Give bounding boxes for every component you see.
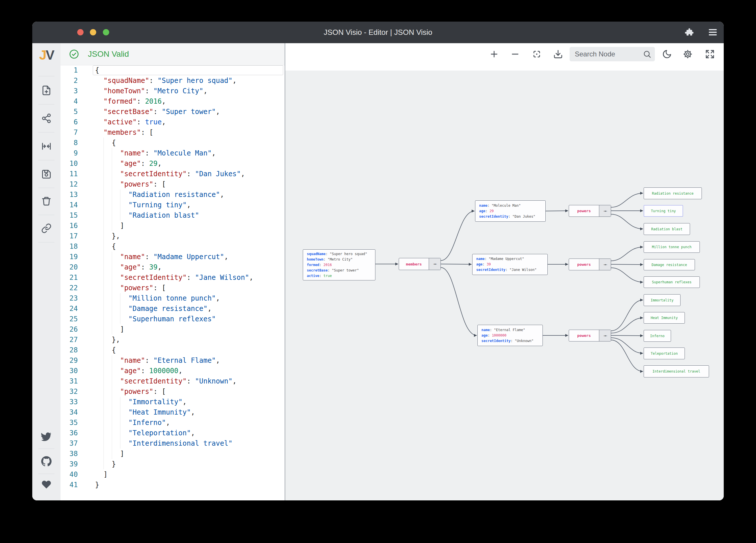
indent-guide [112, 355, 112, 366]
collapse-button[interactable]: →← [599, 205, 611, 217]
indent-guide [103, 169, 104, 179]
indent-guide [120, 314, 120, 324]
edge-powers-2-to-leaf-damage-resistance [611, 264, 643, 265]
share-icon[interactable] [41, 113, 52, 124]
sidebar: JV [32, 43, 61, 500]
edge-powers-2-to-leaf-million-tonne-punch [611, 247, 643, 261]
line-number: 24 [61, 303, 78, 314]
graph-node-leaf-teleportation[interactable]: Teleportation [644, 347, 685, 359]
link-icon[interactable] [41, 223, 52, 234]
line-number: 33 [61, 397, 78, 407]
indent-guide [103, 407, 104, 417]
indent-guide [103, 200, 104, 210]
trash-icon[interactable] [41, 196, 52, 207]
line-number: 8 [61, 138, 78, 148]
graph-node-powers-1[interactable]: powers→← [569, 205, 611, 217]
indent-guide [103, 314, 104, 324]
graph-panel[interactable]: squadName: "Super hero squad"homeTown: "… [285, 43, 724, 500]
sidebar-divider [38, 242, 54, 243]
graph-node-leaf-damage-resistance[interactable]: Damage resistance [644, 259, 695, 271]
focus-center-icon[interactable] [532, 49, 542, 59]
indent-guide [112, 283, 112, 293]
line-number: 4 [61, 96, 78, 107]
fit-view-icon[interactable] [41, 141, 52, 152]
window-title: JSON Visio - Editor | JSON Visio [32, 22, 724, 43]
line-number: 41 [61, 480, 78, 490]
twitter-icon[interactable] [41, 432, 52, 442]
graph-node-leaf-superhuman-reflexes[interactable]: Superhuman reflexes [644, 276, 700, 288]
indent-guide [112, 221, 112, 231]
graph-node-root[interactable]: squadName: "Super hero squad"homeTown: "… [303, 249, 375, 280]
line-number: 32 [61, 386, 78, 397]
indent-guide [112, 366, 112, 376]
fullscreen-icon[interactable] [705, 49, 715, 59]
search-icon[interactable] [643, 50, 651, 58]
file-plus-icon[interactable] [41, 85, 52, 96]
graph-node-powers-2[interactable]: powers→← [569, 259, 611, 271]
status-label: JSON Valid [88, 43, 129, 65]
line-number: 39 [61, 459, 78, 469]
edge-powers-3-to-leaf-teleportation [611, 338, 643, 353]
indent-guide [120, 407, 120, 417]
graph-node-leaf-radiation-blast[interactable]: Radiation blast [644, 223, 690, 235]
zoom-out-icon[interactable] [510, 49, 520, 59]
node-label: powers [569, 330, 599, 341]
settings-gear-icon[interactable] [683, 49, 693, 59]
line-number: 31 [61, 376, 78, 386]
line-number: 13 [61, 190, 78, 200]
editor-line: 34 "Heat Immunity", [61, 407, 285, 417]
editor-line: 18 { [61, 241, 285, 252]
line-number: 14 [61, 200, 78, 210]
line-number: 12 [61, 179, 78, 190]
github-icon[interactable] [41, 456, 52, 466]
graph-node-leaf-immortality[interactable]: Immortality [644, 294, 681, 306]
indent-guide [112, 428, 112, 438]
graph-node-leaf-radiation-resistance[interactable]: Radiation resistance [644, 188, 702, 199]
graph-node-member-eternal-flame[interactable]: name: "Eternal Flame"age: 1000000secretI… [477, 325, 543, 346]
search-input[interactable] [570, 47, 644, 61]
menu-icon[interactable] [708, 27, 718, 37]
line-number: 18 [61, 241, 78, 252]
indent-guide [103, 417, 104, 428]
graph-node-leaf-million-tonne-punch[interactable]: Million tonne punch [644, 241, 700, 253]
graph-node-leaf-heat-immunity[interactable]: Heat Immunity [644, 312, 685, 323]
app-logo[interactable]: JV [32, 47, 61, 63]
puzzle-icon[interactable] [684, 27, 694, 37]
indent-guide [103, 293, 104, 303]
editor-line: 30 "age": 1000000, [61, 366, 285, 376]
dark-mode-moon-icon[interactable] [662, 49, 672, 59]
graph-node-leaf-inferno[interactable]: Inferno [644, 330, 671, 342]
graph-node-members[interactable]: members→← [399, 258, 441, 270]
json-editor[interactable]: 1{2 "squadName": "Super hero squad",3 "h… [61, 65, 285, 500]
graph-node-member-madame-uppercut[interactable]: name: "Madame Uppercut"age: 39secretIden… [472, 254, 548, 275]
line-number: 6 [61, 117, 78, 127]
indent-guide [103, 355, 104, 366]
indent-guide [112, 179, 112, 190]
graph-node-member-molecule-man[interactable]: name: "Molecule Man"age: 29secretIdentit… [475, 201, 546, 222]
graph-node-leaf-interdimensional-travel[interactable]: Interdimensional travel [644, 365, 709, 377]
heart-icon[interactable] [41, 479, 52, 490]
line-number: 5 [61, 107, 78, 117]
indent-guide [120, 190, 120, 200]
collapse-button[interactable]: →← [599, 259, 611, 270]
download-icon[interactable] [553, 49, 563, 59]
indent-guide [112, 417, 112, 428]
zoom-in-icon[interactable] [489, 49, 499, 59]
edge-powers-3-to-leaf-inferno [611, 335, 643, 336]
indent-guide [103, 376, 104, 386]
collapse-button[interactable]: →← [429, 258, 441, 270]
editor-line: 27 }, [61, 334, 285, 345]
collapse-button[interactable]: →← [599, 330, 611, 341]
graph-node-powers-3[interactable]: powers→← [569, 330, 611, 341]
graph-node-leaf-turning-tiny[interactable]: Turning tiny [644, 205, 683, 217]
save-icon[interactable] [41, 169, 52, 179]
indent-guide [103, 190, 104, 200]
editor-line: 24 "Damage resistance", [61, 303, 285, 314]
indent-guide [112, 272, 112, 283]
indent-guide [103, 428, 104, 438]
editor-line: 1{ [61, 65, 285, 75]
editor-line: 36 "Teleportation", [61, 428, 285, 438]
indent-guide [103, 138, 104, 148]
node-label: members [399, 258, 429, 270]
indent-guide [112, 407, 112, 417]
